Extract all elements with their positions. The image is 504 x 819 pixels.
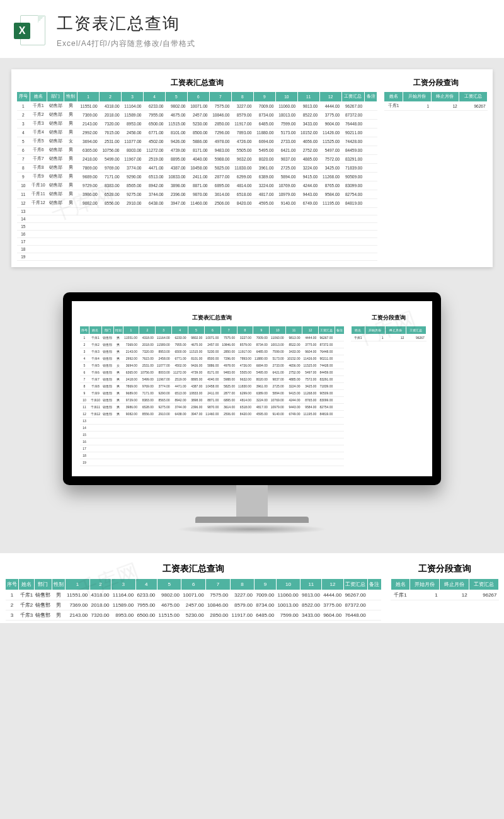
table-cell: 5988.00 — [220, 376, 237, 383]
table-cell: 7369.00 — [123, 341, 139, 348]
table-cell — [89, 459, 102, 466]
table-cell: 销售部 — [47, 181, 64, 190]
table-cell — [204, 445, 220, 452]
table-cell — [286, 432, 302, 438]
table-cell: 2752.00 — [286, 369, 302, 376]
table-cell: 8565.00 — [156, 397, 172, 404]
table-cell: 2850.00 — [209, 120, 231, 129]
table-cell: 11164.00 — [122, 102, 144, 111]
table-cell — [188, 452, 205, 459]
table-cell — [143, 246, 165, 253]
table-cell: 女 — [64, 137, 77, 146]
table-cell: 6 — [17, 146, 30, 155]
table-cell — [335, 418, 344, 425]
table-cell: 6895.00 — [209, 181, 231, 190]
table-cell: 84459.00 — [318, 369, 335, 376]
monitor-mockup: 工资表汇总查询 序号姓名部门性别123456789101112工资汇总备注 1千… — [0, 292, 504, 534]
table-cell — [187, 223, 209, 231]
table-row: 1千库1销售部男11551.004318.0011164.006233.0098… — [80, 335, 345, 341]
table-cell: 11917.00 — [231, 120, 253, 129]
table-cell — [123, 459, 139, 466]
column-header: 12 — [319, 92, 341, 102]
table-cell — [335, 390, 344, 397]
column-header: 10 — [275, 92, 297, 102]
table-cell: 7893.00 — [231, 129, 253, 137]
column-header: 8 — [230, 579, 255, 590]
table-cell: 销售部 — [47, 120, 64, 129]
table-cell: 2752.00 — [297, 146, 319, 155]
table-cell — [100, 223, 122, 231]
table-cell: 10013.00 — [275, 111, 297, 120]
table-cell — [30, 231, 47, 238]
table-cell — [335, 369, 344, 376]
table-cell: 7369.00 — [77, 111, 100, 120]
table-cell: 10979.00 — [275, 190, 297, 199]
table-row: 13 — [17, 208, 377, 215]
table-cell: 4244.00 — [297, 181, 319, 190]
table-cell: 5505.00 — [231, 146, 253, 155]
table-cell — [123, 452, 139, 459]
table-cell: 销售部 — [101, 369, 113, 376]
table-cell: 9870.00 — [204, 404, 220, 411]
table-cell: 男 — [113, 348, 123, 355]
table-cell: 10846.00 — [206, 600, 231, 610]
column-header: 4 — [143, 92, 165, 102]
table-row: 14 — [17, 215, 377, 223]
column-header: 开始月份 — [365, 326, 386, 335]
table-cell: 16 — [17, 231, 30, 238]
table-cell: 2725.00 — [275, 164, 297, 173]
table-cell — [139, 452, 156, 459]
table-cell — [364, 129, 377, 137]
table-cell — [270, 432, 286, 438]
column-header: 工资汇总 — [341, 92, 364, 102]
column-header: 性别 — [52, 579, 65, 590]
table-cell — [77, 253, 100, 261]
table-cell: 4656.00 — [286, 362, 302, 369]
table-cell — [101, 452, 113, 459]
table-cell — [275, 223, 297, 231]
table-cell: 7320.00 — [89, 610, 111, 621]
table-cell: 11525.00 — [302, 362, 319, 369]
table-cell: 90211.00 — [318, 355, 335, 362]
table-cell — [100, 215, 122, 223]
table-cell: 11967.00 — [122, 155, 144, 164]
table-cell: 男 — [64, 199, 77, 208]
table-cell: 4978.00 — [220, 362, 237, 369]
table-cell: 8556.00 — [139, 411, 156, 418]
table-cell: 千库3 — [30, 120, 47, 129]
column-header: 工资汇总 — [459, 92, 488, 102]
table-cell: 10152.00 — [297, 129, 319, 137]
table-cell: 7599.00 — [270, 348, 286, 355]
table-cell: 11551.00 — [66, 590, 90, 600]
table-cell — [335, 445, 344, 452]
column-header: 4 — [172, 326, 188, 335]
table-cell — [220, 425, 237, 432]
table-cell: 5173.00 — [275, 129, 297, 137]
table-cell — [122, 231, 144, 238]
table-cell — [253, 438, 270, 445]
table-cell — [139, 445, 156, 452]
table-row: 15 — [80, 432, 345, 438]
table-cell — [165, 238, 187, 246]
table-cell: 千库8 — [89, 383, 102, 390]
table-cell: 11426.00 — [302, 355, 319, 362]
table-cell — [187, 231, 209, 238]
table-cell — [275, 231, 297, 238]
table-cell: 6438.00 — [143, 199, 165, 208]
table-cell: 87372.00 — [318, 341, 335, 348]
table-cell — [139, 438, 156, 445]
table-cell: 5894.00 — [270, 390, 286, 397]
column-header: 工资汇总 — [318, 326, 335, 335]
table-cell — [237, 432, 253, 438]
table-cell: 11460.00 — [187, 199, 209, 208]
table-cell: 3433.00 — [286, 348, 302, 355]
table-cell — [231, 231, 253, 238]
table-cell: 6895.00 — [220, 397, 237, 404]
table-cell: 11060.00 — [276, 590, 301, 600]
table-cell: 销售部 — [101, 383, 113, 390]
table-cell: 4739.00 — [165, 146, 187, 155]
table-cell: 6749.00 — [297, 199, 319, 208]
table-cell — [231, 215, 253, 223]
table-cell — [165, 231, 187, 238]
table-cell — [302, 425, 319, 432]
